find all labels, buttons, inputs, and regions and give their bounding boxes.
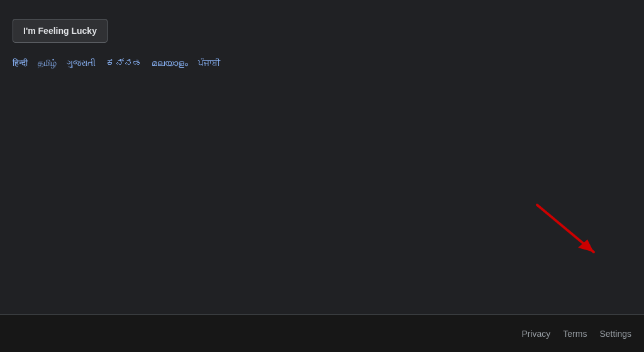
main-content: I'm Feeling Lucky हिन्दी தமிழ் ગુજરાતી ಕ… xyxy=(0,0,644,314)
language-link-kannada[interactable]: ಕನ್ನಡ xyxy=(106,58,142,69)
language-link-gujarati[interactable]: ગુજરાતી xyxy=(67,58,96,69)
feeling-lucky-button[interactable]: I'm Feeling Lucky xyxy=(13,19,108,43)
footer: Privacy Terms Settings xyxy=(0,314,644,352)
language-links: हिन्दी தமிழ் ગુજરાતી ಕನ್ನಡ മലയാളം ਪੰਜਾਬੀ xyxy=(13,58,631,69)
language-link-hindi[interactable]: हिन्दी xyxy=(13,58,28,69)
language-link-malayalam[interactable]: മലയാളം xyxy=(152,58,188,69)
language-link-tamil[interactable]: தமிழ் xyxy=(38,58,57,69)
privacy-link[interactable]: Privacy xyxy=(521,329,550,339)
terms-link[interactable]: Terms xyxy=(563,329,587,339)
arrow-annotation xyxy=(531,199,606,264)
svg-line-0 xyxy=(537,205,594,252)
language-link-punjabi[interactable]: ਪੰਜਾਬੀ xyxy=(198,58,220,69)
svg-marker-1 xyxy=(578,239,594,252)
settings-link[interactable]: Settings xyxy=(599,329,631,339)
